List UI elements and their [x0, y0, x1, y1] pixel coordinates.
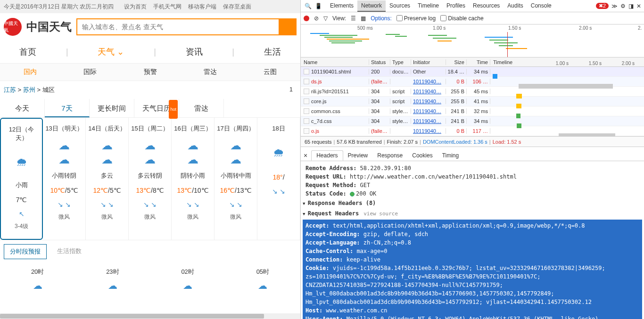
devtools-panel: 🔍 📱 Elements Network Sources Timeline Pr…: [301, 0, 644, 319]
tab-longer[interactable]: 更长时间: [90, 99, 134, 117]
dock-icon[interactable]: ◨: [628, 3, 634, 9]
tab-7day[interactable]: 7天: [45, 99, 90, 117]
tab-life-index[interactable]: 生活指数: [51, 244, 87, 259]
devtools-tab-console[interactable]: Console: [527, 0, 555, 12]
breadcrumb: 江苏 > 苏州 > 城区 1: [0, 81, 300, 99]
headers-body: Remote Address: 58.220.39.91:80 Request …: [301, 161, 644, 319]
devtools-tab-sources[interactable]: Sources: [386, 0, 414, 12]
request-headers-block[interactable]: Accept: text/html,application/xhtml+xml,…: [303, 220, 642, 319]
forecast-tabs: 今天 7天 更长时间 天气日历hot 雷达: [0, 99, 300, 118]
record-button[interactable]: [304, 16, 309, 21]
devtools-toolbar: 🔍 📱 Elements Network Sources Timeline Pr…: [301, 0, 644, 12]
options-label: Options:: [371, 15, 392, 22]
search-box: [76, 18, 297, 35]
tab-hourly[interactable]: 分时段预报: [4, 244, 47, 259]
day-card[interactable]: 18日🌧18°/↘ ↘: [257, 118, 300, 240]
devtools-tab-timeline[interactable]: Timeline: [414, 0, 443, 12]
weather-page: 今天是2016年3月12日 星期六 农历二月初四 设为首页 手机天气网 移动客户…: [0, 0, 301, 319]
nav-life[interactable]: 生活: [255, 46, 290, 57]
filter-icon[interactable]: ▽: [323, 15, 328, 22]
view-label: View:: [332, 15, 346, 22]
disable-cache-checkbox[interactable]: Disable cache: [440, 15, 483, 22]
request-headers-toggle[interactable]: Request Headersview source: [303, 208, 639, 219]
day-card[interactable]: 14日（后天）☁☁多云12℃/5℃↘ ↘微风: [86, 118, 129, 240]
topbar-link[interactable]: 移动客户端: [188, 3, 216, 11]
devtools-tab-audits[interactable]: Audits: [504, 0, 527, 12]
tab-calendar[interactable]: 天气日历hot: [134, 99, 179, 117]
nav-news[interactable]: 资讯: [176, 46, 212, 57]
hourly-item: 20时☁: [31, 268, 44, 291]
error-badge[interactable]: ✖2: [596, 3, 609, 9]
nav-home[interactable]: 首页: [10, 46, 46, 57]
day-card[interactable]: 12日（今天）🌧小雨7℃↖3-4级: [0, 118, 43, 240]
devtools-tab-profiles[interactable]: Profiles: [443, 0, 469, 12]
hourly-item: 05时☁: [256, 268, 269, 291]
nav-weather[interactable]: 天气 ⌄: [88, 46, 133, 57]
view-grid-icon[interactable]: ▦: [361, 15, 366, 22]
subnav-intl[interactable]: 国际: [60, 68, 120, 76]
network-table: Name Status Type Initiator Size Time Tim…: [301, 57, 644, 137]
forecast-row: 12日（今天）🌧小雨7℃↖3-4级13日（明天）☁☁小雨转阴10℃/5℃↘ ↘微…: [0, 118, 300, 240]
subnav-alert[interactable]: 预警: [120, 68, 180, 76]
horizontal-scrollbar[interactable]: [0, 313, 300, 319]
status-dot-icon: [350, 192, 355, 196]
network-row[interactable]: c_7d.css304style…10119040…241 B34 ms: [301, 116, 644, 126]
site-title: 中国天气: [26, 19, 72, 34]
header: 中國天氣 中国天气: [0, 13, 300, 41]
network-table-header: Name Status Type Initiator Size Time Tim…: [301, 57, 644, 67]
devtools-tab-elements[interactable]: Elements: [326, 0, 357, 12]
day-card[interactable]: 15日（周二）☁☁多云转阴13℃/8℃↘ ↘微风: [129, 118, 172, 240]
topbar-link[interactable]: 设为首页: [124, 3, 147, 11]
bottom-tabs: 分时段预报 生活指数: [0, 240, 300, 263]
logo-icon: 中國天氣: [4, 18, 22, 36]
day-card[interactable]: 17日（周四）☁☁小雨转中雨16℃/13℃↘ ↘微风: [215, 118, 257, 240]
hourly-item: 23时☁: [106, 268, 119, 291]
subnav-radar[interactable]: 雷达: [180, 68, 240, 76]
devtools-tab-resources[interactable]: Resources: [469, 0, 504, 12]
hourly-item: 02时☁: [181, 268, 194, 291]
network-row[interactable]: ds.js(faile…10119040…0 B106 …: [301, 77, 644, 87]
topbar-link[interactable]: 保存至桌面: [223, 3, 251, 11]
tab-cookies[interactable]: Cookies: [407, 151, 437, 160]
network-overview[interactable]: 500 ms 1.00 s 1.50 s 2.00 s 2.: [301, 25, 644, 57]
tab-radar[interactable]: 雷达: [179, 99, 224, 117]
topbar-link[interactable]: 手机天气网: [153, 3, 182, 11]
detail-tabs: × Headers Preview Response Cookies Timin…: [301, 150, 644, 161]
network-row[interactable]: 101190401.shtml200docu…Other18.4 …34 ms: [301, 67, 644, 77]
tab-today[interactable]: 今天: [0, 99, 45, 117]
hot-badge: hot: [169, 100, 178, 119]
gear-icon[interactable]: ⚙: [620, 3, 626, 9]
request-detail: × Headers Preview Response Cookies Timin…: [301, 150, 644, 319]
tab-headers[interactable]: Headers: [311, 150, 343, 161]
search-button[interactable]: [280, 18, 297, 35]
tab-timing[interactable]: Timing: [438, 151, 464, 160]
response-headers-toggle[interactable]: Response Headers (8): [303, 198, 639, 208]
view-list-icon[interactable]: ☰: [351, 15, 356, 22]
topbar: 今天是2016年3月12日 星期六 农历二月初四 设为首页 手机天气网 移动客户…: [0, 0, 300, 13]
network-summary: 65 requests| 57.6 KB transferred| Finish…: [301, 137, 644, 147]
network-row[interactable]: core.js304script10119040…255 B41 ms: [301, 97, 644, 106]
network-toolbar: ⊘ ▽ View: ☰ ▦ Options: Preserve log Disa…: [301, 12, 644, 25]
clear-icon[interactable]: ⊘: [314, 15, 319, 22]
drawer-icon[interactable]: ≫: [611, 3, 618, 9]
hourly-row: 20时☁23时☁02时☁05时☁: [0, 263, 300, 296]
sub-nav: 国内 国际 预警 雷达 云图: [0, 63, 300, 81]
subnav-domestic[interactable]: 国内: [0, 68, 60, 76]
tab-response[interactable]: Response: [372, 151, 407, 160]
date-text: 今天是2016年3月12日 星期六 农历二月初四: [4, 3, 114, 11]
day-card[interactable]: 13日（明天）☁☁小雨转阴10℃/5℃↘ ↘微风: [43, 118, 86, 240]
subnav-cloud[interactable]: 云图: [240, 68, 300, 76]
preserve-log-checkbox[interactable]: Preserve log: [396, 15, 436, 22]
close-icon[interactable]: ×: [304, 152, 307, 159]
devtools-tab-network[interactable]: Network: [357, 0, 386, 12]
chevron-down-icon: ⌄: [117, 47, 124, 57]
inspect-icon[interactable]: 🔍: [304, 2, 312, 10]
network-row[interactable]: o.js(faile…10119040…0 B117 …: [301, 126, 644, 136]
main-nav: 首页 | 天气 ⌄ | 资讯 | 生活: [0, 41, 300, 63]
search-input[interactable]: [76, 18, 280, 35]
network-row[interactable]: common.css304style…10119040…241 B32 ms: [301, 106, 644, 116]
close-icon[interactable]: ✕: [636, 3, 641, 9]
tab-preview[interactable]: Preview: [343, 151, 373, 160]
day-card[interactable]: 16日（周三）☁☁阴转小雨13℃/10℃↘ ↘微风: [172, 118, 215, 240]
device-icon[interactable]: 📱: [314, 2, 322, 10]
